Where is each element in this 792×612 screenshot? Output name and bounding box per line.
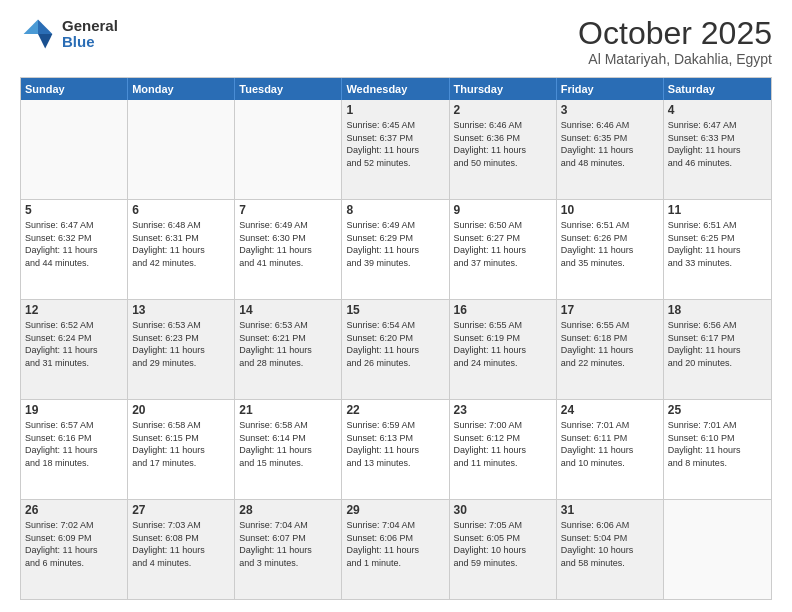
day-header-thursday: Thursday [450,78,557,100]
calendar-week-5: 26Sunrise: 7:02 AM Sunset: 6:09 PM Dayli… [21,499,771,599]
day-number: 23 [454,403,552,417]
day-cell-6: 6Sunrise: 6:48 AM Sunset: 6:31 PM Daylig… [128,200,235,299]
day-number: 17 [561,303,659,317]
day-cell-15: 15Sunrise: 6:54 AM Sunset: 6:20 PM Dayli… [342,300,449,399]
day-info: Sunrise: 7:01 AM Sunset: 6:10 PM Dayligh… [668,419,767,469]
day-number: 10 [561,203,659,217]
day-cell-7: 7Sunrise: 6:49 AM Sunset: 6:30 PM Daylig… [235,200,342,299]
empty-cell [21,100,128,199]
day-number: 27 [132,503,230,517]
day-info: Sunrise: 6:54 AM Sunset: 6:20 PM Dayligh… [346,319,444,369]
day-cell-16: 16Sunrise: 6:55 AM Sunset: 6:19 PM Dayli… [450,300,557,399]
day-info: Sunrise: 6:59 AM Sunset: 6:13 PM Dayligh… [346,419,444,469]
day-cell-27: 27Sunrise: 7:03 AM Sunset: 6:08 PM Dayli… [128,500,235,599]
day-info: Sunrise: 6:53 AM Sunset: 6:21 PM Dayligh… [239,319,337,369]
day-info: Sunrise: 6:55 AM Sunset: 6:18 PM Dayligh… [561,319,659,369]
day-info: Sunrise: 6:49 AM Sunset: 6:30 PM Dayligh… [239,219,337,269]
page: General Blue October 2025 Al Matariyah, … [0,0,792,612]
location-title: Al Matariyah, Dakahlia, Egypt [578,51,772,67]
day-info: Sunrise: 6:53 AM Sunset: 6:23 PM Dayligh… [132,319,230,369]
day-number: 4 [668,103,767,117]
day-info: Sunrise: 6:50 AM Sunset: 6:27 PM Dayligh… [454,219,552,269]
day-number: 29 [346,503,444,517]
calendar-body: 1Sunrise: 6:45 AM Sunset: 6:37 PM Daylig… [21,100,771,599]
day-info: Sunrise: 6:58 AM Sunset: 6:15 PM Dayligh… [132,419,230,469]
day-cell-4: 4Sunrise: 6:47 AM Sunset: 6:33 PM Daylig… [664,100,771,199]
day-number: 24 [561,403,659,417]
svg-marker-2 [24,20,38,34]
day-info: Sunrise: 7:00 AM Sunset: 6:12 PM Dayligh… [454,419,552,469]
day-number: 21 [239,403,337,417]
day-info: Sunrise: 7:05 AM Sunset: 6:05 PM Dayligh… [454,519,552,569]
day-number: 20 [132,403,230,417]
day-info: Sunrise: 6:46 AM Sunset: 6:36 PM Dayligh… [454,119,552,169]
day-cell-25: 25Sunrise: 7:01 AM Sunset: 6:10 PM Dayli… [664,400,771,499]
day-cell-13: 13Sunrise: 6:53 AM Sunset: 6:23 PM Dayli… [128,300,235,399]
day-cell-23: 23Sunrise: 7:00 AM Sunset: 6:12 PM Dayli… [450,400,557,499]
day-info: Sunrise: 6:51 AM Sunset: 6:26 PM Dayligh… [561,219,659,269]
title-block: October 2025 Al Matariyah, Dakahlia, Egy… [578,16,772,67]
day-number: 12 [25,303,123,317]
day-number: 13 [132,303,230,317]
day-number: 2 [454,103,552,117]
day-cell-12: 12Sunrise: 6:52 AM Sunset: 6:24 PM Dayli… [21,300,128,399]
day-cell-17: 17Sunrise: 6:55 AM Sunset: 6:18 PM Dayli… [557,300,664,399]
logo: General Blue [20,16,118,52]
day-header-wednesday: Wednesday [342,78,449,100]
day-cell-3: 3Sunrise: 6:46 AM Sunset: 6:35 PM Daylig… [557,100,664,199]
day-number: 18 [668,303,767,317]
calendar-header: SundayMondayTuesdayWednesdayThursdayFrid… [21,78,771,100]
day-header-tuesday: Tuesday [235,78,342,100]
day-cell-28: 28Sunrise: 7:04 AM Sunset: 6:07 PM Dayli… [235,500,342,599]
day-header-monday: Monday [128,78,235,100]
day-number: 5 [25,203,123,217]
day-number: 6 [132,203,230,217]
day-number: 19 [25,403,123,417]
logo-text: General Blue [62,18,118,51]
day-info: Sunrise: 6:45 AM Sunset: 6:37 PM Dayligh… [346,119,444,169]
logo-blue-text: Blue [62,34,118,51]
day-info: Sunrise: 6:57 AM Sunset: 6:16 PM Dayligh… [25,419,123,469]
day-header-sunday: Sunday [21,78,128,100]
day-info: Sunrise: 6:48 AM Sunset: 6:31 PM Dayligh… [132,219,230,269]
day-info: Sunrise: 6:52 AM Sunset: 6:24 PM Dayligh… [25,319,123,369]
day-number: 8 [346,203,444,217]
day-info: Sunrise: 6:49 AM Sunset: 6:29 PM Dayligh… [346,219,444,269]
day-info: Sunrise: 7:01 AM Sunset: 6:11 PM Dayligh… [561,419,659,469]
day-cell-20: 20Sunrise: 6:58 AM Sunset: 6:15 PM Dayli… [128,400,235,499]
empty-cell [235,100,342,199]
day-info: Sunrise: 6:47 AM Sunset: 6:32 PM Dayligh… [25,219,123,269]
day-number: 9 [454,203,552,217]
day-number: 22 [346,403,444,417]
day-info: Sunrise: 7:02 AM Sunset: 6:09 PM Dayligh… [25,519,123,569]
day-info: Sunrise: 6:56 AM Sunset: 6:17 PM Dayligh… [668,319,767,369]
day-info: Sunrise: 6:58 AM Sunset: 6:14 PM Dayligh… [239,419,337,469]
day-info: Sunrise: 7:03 AM Sunset: 6:08 PM Dayligh… [132,519,230,569]
day-cell-22: 22Sunrise: 6:59 AM Sunset: 6:13 PM Dayli… [342,400,449,499]
day-info: Sunrise: 6:55 AM Sunset: 6:19 PM Dayligh… [454,319,552,369]
calendar-week-4: 19Sunrise: 6:57 AM Sunset: 6:16 PM Dayli… [21,399,771,499]
day-number: 30 [454,503,552,517]
empty-cell [128,100,235,199]
day-cell-1: 1Sunrise: 6:45 AM Sunset: 6:37 PM Daylig… [342,100,449,199]
day-info: Sunrise: 6:06 AM Sunset: 5:04 PM Dayligh… [561,519,659,569]
calendar-week-3: 12Sunrise: 6:52 AM Sunset: 6:24 PM Dayli… [21,299,771,399]
day-number: 3 [561,103,659,117]
day-number: 28 [239,503,337,517]
day-header-saturday: Saturday [664,78,771,100]
day-cell-29: 29Sunrise: 7:04 AM Sunset: 6:06 PM Dayli… [342,500,449,599]
day-cell-10: 10Sunrise: 6:51 AM Sunset: 6:26 PM Dayli… [557,200,664,299]
day-cell-2: 2Sunrise: 6:46 AM Sunset: 6:36 PM Daylig… [450,100,557,199]
day-cell-21: 21Sunrise: 6:58 AM Sunset: 6:14 PM Dayli… [235,400,342,499]
day-number: 7 [239,203,337,217]
day-cell-30: 30Sunrise: 7:05 AM Sunset: 6:05 PM Dayli… [450,500,557,599]
day-number: 25 [668,403,767,417]
day-cell-9: 9Sunrise: 6:50 AM Sunset: 6:27 PM Daylig… [450,200,557,299]
calendar-week-2: 5Sunrise: 6:47 AM Sunset: 6:32 PM Daylig… [21,199,771,299]
day-info: Sunrise: 6:47 AM Sunset: 6:33 PM Dayligh… [668,119,767,169]
day-number: 31 [561,503,659,517]
day-number: 1 [346,103,444,117]
day-cell-11: 11Sunrise: 6:51 AM Sunset: 6:25 PM Dayli… [664,200,771,299]
calendar-week-1: 1Sunrise: 6:45 AM Sunset: 6:37 PM Daylig… [21,100,771,199]
day-cell-31: 31Sunrise: 6:06 AM Sunset: 5:04 PM Dayli… [557,500,664,599]
